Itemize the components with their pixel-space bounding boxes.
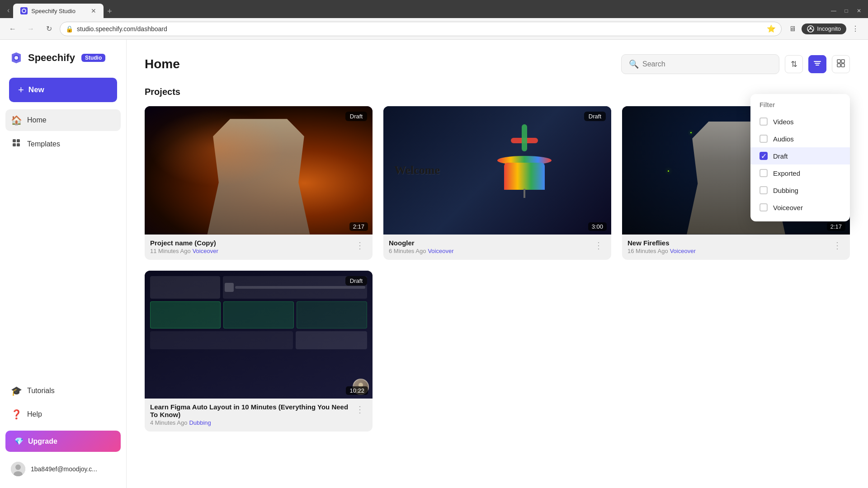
search-input[interactable] [642, 60, 772, 68]
filter-label-dubbing: Dubbing [773, 187, 798, 194]
filter-checkbox-draft[interactable]: ✓ [760, 152, 768, 160]
forward-button[interactable]: → [24, 22, 38, 36]
filter-checkbox-voiceover[interactable] [760, 203, 768, 211]
filter-item-draft[interactable]: ✓ Draft [750, 147, 850, 164]
project-card[interactable]: Welcome [383, 106, 611, 260]
filter-title: Filter [750, 101, 850, 113]
project-info: Learn Figma Auto Layout in 10 Minutes (E… [145, 399, 373, 432]
sidebar-item-home[interactable]: 🏠 Home [5, 109, 121, 131]
logo-text: Speechify [28, 52, 75, 64]
filter-label-draft: Draft [773, 152, 788, 160]
upgrade-button[interactable]: 💎 Upgrade [5, 431, 121, 452]
project-name: Noogler [389, 239, 453, 247]
project-meta: 4 Minutes Ago Dubbing [150, 419, 353, 426]
project-name: Project name (Copy) [150, 239, 218, 247]
project-thumbnail: Welcome [383, 106, 611, 235]
filter-button[interactable] [808, 55, 826, 73]
address-bar[interactable]: 🔒 studio.speechify.com/dashboard ⭐ [60, 22, 782, 36]
project-time: 11 Minutes Ago [150, 248, 191, 254]
incognito-label: Incognito [817, 25, 841, 32]
maximize-button[interactable]: □ [841, 5, 852, 16]
new-button[interactable]: + New [9, 78, 117, 102]
sort-icon: ⇅ [791, 59, 797, 69]
main-content: Home 🔍 ⇅ [127, 40, 868, 488]
project-info: Project name (Copy) 11 Minutes Ago Voice… [145, 235, 373, 260]
filter-checkbox-exported[interactable] [760, 169, 768, 177]
project-more-button[interactable]: ⋮ [830, 239, 844, 252]
project-tag: Voiceover [428, 248, 453, 254]
studio-badge: Studio [81, 54, 105, 62]
svg-rect-7 [13, 143, 16, 146]
app-logo: Speechify Studio [0, 47, 126, 74]
filter-checkbox-videos[interactable] [760, 117, 768, 126]
svg-rect-16 [841, 60, 844, 63]
filter-item-dubbing[interactable]: Dubbing [750, 182, 850, 199]
filter-item-exported[interactable]: Exported [750, 164, 850, 182]
close-window-button[interactable]: ✕ [854, 5, 864, 16]
help-icon: ❓ [11, 409, 22, 420]
project-time: 4 Minutes Ago [150, 419, 187, 426]
project-meta: 6 Minutes Ago Voiceover [389, 248, 453, 254]
filter-checkbox-audios[interactable] [760, 135, 768, 143]
grid-icon [837, 59, 845, 70]
cast-button[interactable]: 🖥 [785, 22, 800, 36]
svg-rect-15 [837, 60, 840, 63]
project-more-button[interactable]: ⋮ [353, 239, 367, 252]
project-card[interactable]: Draft 2:17 Project name (Copy) 11 Minute… [145, 106, 373, 260]
filter-checkbox-dubbing[interactable] [760, 186, 768, 194]
project-more-button[interactable]: ⋮ [353, 403, 367, 416]
filter-dropdown: Filter Videos Audios ✓ Draft Exported [750, 94, 850, 221]
sidebar-item-templates[interactable]: Templates [5, 133, 121, 155]
gem-icon: 💎 [14, 437, 24, 446]
svg-rect-5 [13, 139, 16, 142]
filter-item-audios[interactable]: Audios [750, 130, 850, 147]
filter-label-videos: Videos [773, 118, 794, 126]
svg-rect-8 [17, 143, 20, 146]
svg-rect-18 [841, 64, 844, 67]
filter-icon [813, 59, 821, 70]
filter-item-voiceover[interactable]: Voiceover [750, 199, 850, 216]
project-meta: 11 Minutes Ago Voiceover [150, 248, 218, 254]
grid-view-button[interactable] [832, 55, 850, 73]
new-tab-button[interactable]: + [107, 7, 112, 16]
svg-point-10 [15, 465, 21, 470]
minimize-button[interactable]: — [828, 5, 839, 16]
projects-grid: Draft 2:17 Project name (Copy) 11 Minute… [145, 106, 850, 432]
upgrade-button-label: Upgrade [28, 437, 57, 446]
svg-point-4 [14, 56, 18, 60]
refresh-button[interactable]: ↻ [42, 22, 56, 36]
sort-button[interactable]: ⇅ [785, 55, 803, 73]
search-box[interactable]: 🔍 [621, 54, 779, 74]
project-thumbnail: Draft 10:22 [145, 271, 373, 399]
tab-title: Speechify Studio [31, 8, 87, 14]
project-time: 6 Minutes Ago [389, 248, 426, 254]
sidebar-bottom: 🎓 Tutorials ❓ Help 💎 Upgrade [0, 380, 126, 481]
project-more-button[interactable]: ⋮ [591, 239, 606, 252]
user-profile[interactable]: 1ba849ef@moodjoy.c... [5, 457, 121, 481]
sidebar-item-help-label: Help [27, 410, 42, 418]
sidebar-item-home-label: Home [27, 116, 47, 124]
duration-badge: 3:00 [588, 222, 607, 231]
search-icon: 🔍 [629, 59, 639, 69]
tab-close-button[interactable]: ✕ [91, 7, 96, 14]
duration-badge: 10:22 [346, 386, 368, 395]
project-thumbnail: Draft 2:17 [145, 106, 373, 235]
project-info: Noogler 6 Minutes Ago Voiceover ⋮ [383, 235, 611, 260]
back-button[interactable]: ← [5, 22, 20, 36]
tab-favicon [20, 7, 28, 14]
project-name: New Fireflies [627, 239, 696, 247]
filter-label-voiceover: Voiceover [773, 204, 803, 211]
menu-button[interactable]: ⋮ [848, 22, 863, 36]
url-text: studio.speechify.com/dashboard [77, 25, 167, 33]
project-card[interactable]: Draft 10:22 Learn Figma Auto Layout in 1… [145, 271, 373, 432]
filter-item-videos[interactable]: Videos [750, 113, 850, 130]
sidebar-item-tutorials[interactable]: 🎓 Tutorials [5, 380, 121, 402]
user-name: 1ba849ef@moodjoy.c... [31, 465, 97, 473]
svg-point-1 [23, 9, 25, 12]
status-badge: Draft [345, 276, 367, 286]
incognito-badge: Incognito [802, 23, 846, 34]
browser-tab[interactable]: Speechify Studio ✕ [13, 4, 104, 18]
sidebar-item-help[interactable]: ❓ Help [5, 404, 121, 425]
duration-badge: 2:17 [827, 222, 845, 231]
browser-back-tab[interactable]: ‹ [4, 5, 13, 16]
